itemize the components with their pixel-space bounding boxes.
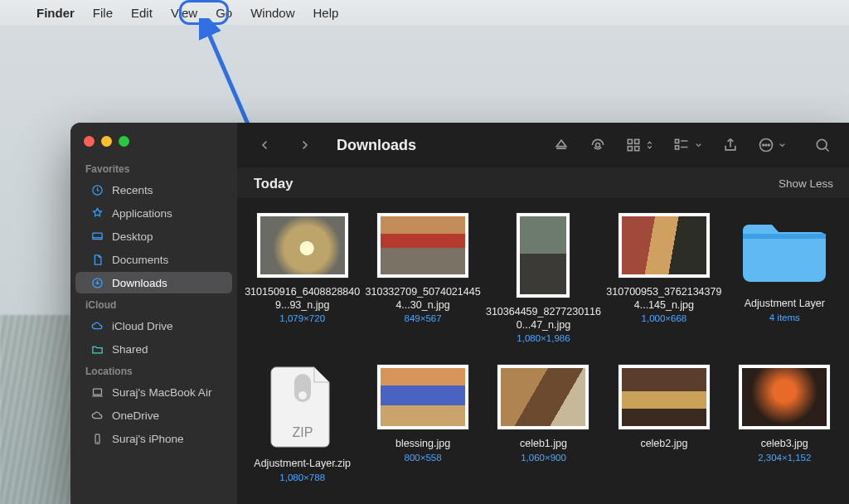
finder-window: Favorites Recents Applications Desktop D… <box>70 123 849 504</box>
sidebar-item-desktop[interactable]: Desktop <box>75 225 232 247</box>
more-actions-button[interactable] <box>754 133 790 158</box>
file-item[interactable]: 310700953_37621343794...145_n.jpg 1,000×… <box>605 213 722 343</box>
sidebar: Favorites Recents Applications Desktop D… <box>70 123 237 504</box>
svg-rect-9 <box>628 147 632 151</box>
laptop-icon <box>90 385 104 399</box>
svg-rect-11 <box>676 139 679 143</box>
svg-point-19 <box>298 391 307 400</box>
window-controls <box>70 134 237 158</box>
folder-item[interactable]: Adjustment Layer 4 items <box>726 213 843 343</box>
file-item[interactable]: celeb2.jpg <box>605 365 722 482</box>
svg-rect-10 <box>635 147 639 151</box>
chevron-down-icon <box>694 138 703 153</box>
file-thumbnail <box>619 365 710 429</box>
sidebar-item-label: Desktop <box>112 230 153 243</box>
svg-rect-4 <box>93 389 101 395</box>
file-thumbnail <box>377 213 468 278</box>
sidebar-item-documents[interactable]: Documents <box>75 249 232 270</box>
sidebar-item-iphone[interactable]: Suraj's iPhone <box>75 428 232 449</box>
svg-point-15 <box>765 144 767 146</box>
share-button[interactable] <box>718 133 743 158</box>
main-content: Downloads Today Show Less <box>237 123 849 504</box>
close-button[interactable] <box>84 136 95 147</box>
file-name: blessing.jpg <box>395 438 450 451</box>
svg-text:ZIP: ZIP <box>292 425 313 439</box>
sidebar-item-downloads[interactable]: Downloads <box>75 272 232 293</box>
file-item[interactable]: 310332709_50740214454...30_n.jpg 849×567 <box>364 213 481 343</box>
chevron-down-icon <box>778 138 787 153</box>
sidebar-item-macbook[interactable]: Suraj's MacBook Air <box>75 381 232 403</box>
toolbar: Downloads <box>237 123 849 167</box>
sidebar-header-icloud: iCloud <box>70 294 237 314</box>
search-button[interactable] <box>810 133 835 158</box>
svg-point-17 <box>817 139 827 149</box>
file-item[interactable]: celeb3.jpg 2,304×1,152 <box>726 365 843 482</box>
sidebar-item-label: Suraj's iPhone <box>112 433 184 445</box>
file-item[interactable]: 310364459_82772301160...47_n.jpg 1,080×1… <box>485 213 602 343</box>
chevron-updown-icon <box>645 138 654 153</box>
menubar-item-help[interactable]: Help <box>313 6 339 20</box>
file-thumbnail <box>517 213 570 298</box>
file-thumbnail <box>739 365 830 429</box>
file-item[interactable]: ZIP Adjustment-Layer.zip 1,080×788 <box>244 365 361 482</box>
menubar-app-name[interactable]: Finder <box>36 6 75 20</box>
file-meta: 849×567 <box>405 313 442 323</box>
svg-rect-12 <box>676 146 679 149</box>
menubar-item-file[interactable]: File <box>93 6 113 20</box>
menubar-item-window[interactable]: Window <box>250 6 294 20</box>
file-thumbnail <box>619 213 710 278</box>
sidebar-item-recents[interactable]: Recents <box>75 179 232 201</box>
clock-icon <box>90 183 104 196</box>
show-less-button[interactable]: Show Less <box>779 177 833 190</box>
svg-rect-2 <box>92 233 101 240</box>
sidebar-item-onedrive[interactable]: OneDrive <box>75 405 232 426</box>
svg-point-6 <box>596 143 600 148</box>
file-meta: 1,079×720 <box>279 313 325 323</box>
file-name: 310700953_37621343794...145_n.jpg <box>606 286 722 312</box>
file-item[interactable]: blessing.jpg 800×558 <box>364 365 481 482</box>
sidebar-item-label: Recents <box>112 184 153 196</box>
sidebar-item-shared[interactable]: Shared <box>75 338 232 360</box>
file-meta: 800×558 <box>405 453 442 463</box>
group-by-button[interactable] <box>669 133 706 158</box>
forward-button[interactable] <box>292 133 317 158</box>
sidebar-item-label: Downloads <box>112 277 167 289</box>
file-item[interactable]: celeb1.jpg 1,060×900 <box>485 365 602 482</box>
sidebar-item-icloud-drive[interactable]: iCloud Drive <box>75 315 232 337</box>
sidebar-item-label: Shared <box>112 343 148 356</box>
sidebar-item-label: Documents <box>112 254 168 266</box>
annotation-arrow <box>199 18 274 134</box>
file-name: celeb3.jpg <box>761 438 808 451</box>
svg-rect-7 <box>628 139 632 143</box>
sidebar-item-label: OneDrive <box>112 410 159 422</box>
menubar-item-view[interactable]: View <box>171 6 197 20</box>
sidebar-item-label: Applications <box>112 207 172 220</box>
file-meta: 1,000×668 <box>642 313 687 323</box>
menubar-item-go[interactable]: Go <box>216 6 232 20</box>
window-title: Downloads <box>337 137 416 154</box>
file-item[interactable]: 310150916_64088288409...93_n.jpg 1,079×7… <box>244 213 361 343</box>
fullscreen-button[interactable] <box>119 136 129 147</box>
cloud-icon <box>90 319 104 332</box>
minimize-button[interactable] <box>101 136 112 147</box>
svg-point-16 <box>769 144 770 146</box>
svg-rect-8 <box>635 139 639 143</box>
svg-line-0 <box>206 28 249 126</box>
file-name: celeb1.jpg <box>520 438 567 451</box>
sidebar-item-applications[interactable]: Applications <box>75 202 232 224</box>
back-button[interactable] <box>252 133 277 158</box>
sidebar-header-favorites: Favorites <box>70 158 237 178</box>
sidebar-item-label: iCloud Drive <box>112 320 173 332</box>
download-icon <box>90 276 104 289</box>
file-meta: 2,304×1,152 <box>758 453 811 463</box>
file-name: Adjustment-Layer.zip <box>254 458 351 471</box>
airdrop-button[interactable] <box>585 133 610 158</box>
file-name: celeb2.jpg <box>640 438 687 451</box>
menubar-item-edit[interactable]: Edit <box>131 6 153 20</box>
zip-icon: ZIP <box>266 365 339 449</box>
group-label: Today <box>254 176 293 191</box>
file-thumbnail <box>497 365 589 429</box>
view-mode-button[interactable] <box>622 133 657 158</box>
eject-button[interactable] <box>549 133 574 158</box>
file-name: 310150916_64088288409...93_n.jpg <box>245 286 361 312</box>
